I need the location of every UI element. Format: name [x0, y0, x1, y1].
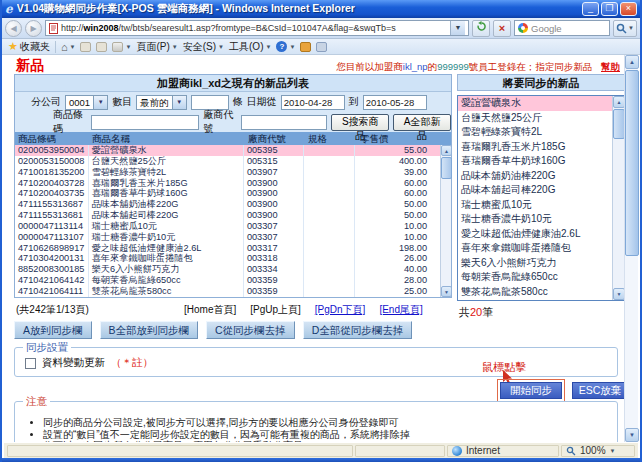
- scroll-up-icon[interactable]: ▲: [625, 55, 639, 69]
- sync-list-item[interactable]: 每朝茉香烏龍綠650cc: [458, 270, 612, 285]
- data-update-checkbox[interactable]: [25, 358, 36, 369]
- page-scrollbar[interactable]: ▲ ▼: [624, 55, 638, 442]
- unit-label: 條: [233, 95, 243, 109]
- zoom-level: 100%: [580, 445, 606, 456]
- home-button[interactable]: ⌂▼: [61, 41, 76, 53]
- sync-list-item[interactable]: 台鹽天然鹽25公斤: [458, 111, 612, 126]
- table-row[interactable]: 0000047113107 瑞士糖香濃牛奶10元 003307 10.00: [15, 232, 440, 243]
- sync-action-button[interactable]: D全部從同步欄去掉: [303, 321, 413, 339]
- scroll-down-icon[interactable]: ▼: [441, 286, 452, 297]
- address-dropdown-icon[interactable]: ▼: [450, 21, 465, 35]
- sync-list-item[interactable]: 品味本舖起司棒220G: [458, 183, 612, 198]
- search-products-button[interactable]: S搜索商品: [331, 114, 389, 131]
- favorites-label: 收藏夹: [20, 40, 50, 54]
- table-row[interactable]: 4710018135200 雪碧輕綠茶寶特2L 003907 39.00: [15, 167, 440, 178]
- barcode-input[interactable]: [91, 115, 199, 130]
- sync-list-item[interactable]: 瑞士糖蜜瓜10元: [458, 198, 612, 213]
- menu-page[interactable]: 頁面(P)▼: [136, 40, 177, 54]
- sync-list-item[interactable]: 愛誼營礦泉水: [458, 96, 612, 111]
- search-input[interactable]: Google: [514, 20, 610, 36]
- sync-action-button[interactable]: B全部放到同步欄: [100, 321, 199, 339]
- sync-list-item[interactable]: 雪碧輕綠茶寶特2L: [458, 125, 612, 140]
- scroll-up-icon[interactable]: ▲: [613, 96, 624, 108]
- sync-list-item[interactable]: 喜瑞爾香草牛奶球160G: [458, 154, 612, 169]
- all-products-button[interactable]: A全部新品: [393, 114, 451, 131]
- table-row[interactable]: 4710421064111 雙茶花烏龍茶580cc 003359 25.00: [15, 286, 440, 297]
- feed-icon[interactable]: [80, 42, 91, 52]
- read-mail-icon[interactable]: [96, 42, 107, 52]
- sync-list-item[interactable]: 雙茶花烏龍茶580cc: [458, 285, 612, 300]
- minimize-button[interactable]: _: [582, 2, 599, 16]
- table-row[interactable]: 0200053150008 台鹽天然鹽25公斤 005315 400.00: [15, 156, 440, 167]
- cell-spec: [304, 145, 356, 156]
- sync-list-item[interactable]: 樂天6入小熊餅巧克力: [458, 256, 612, 271]
- print-button[interactable]: ▼: [112, 42, 131, 52]
- cell-price: 50.00: [355, 210, 440, 221]
- stop-button[interactable]: ×: [493, 20, 511, 37]
- scroll-thumb[interactable]: [625, 70, 639, 256]
- sync-list-item[interactable]: 喜年來拿鐵咖啡蛋捲隨包: [458, 241, 612, 256]
- vendor-input[interactable]: [241, 115, 327, 130]
- zoom-control[interactable]: 100% ▼: [561, 445, 635, 457]
- table-row[interactable]: 4711155313681 品味本舖起司棒220G 003900 50.00: [15, 210, 440, 221]
- help-button[interactable]: ?▼: [276, 41, 295, 52]
- table-row[interactable]: 4710304200131 喜年來拿鐵咖啡蛋捲隨包 003318 26.00: [15, 253, 440, 264]
- table-row[interactable]: 0200053950004 愛誼營礦泉水 005395 55.00: [15, 145, 440, 156]
- cell-name: 台鹽天然鹽25公斤: [89, 156, 244, 167]
- esc-cancel-button[interactable]: ESC放棄: [572, 382, 624, 399]
- table-scrollbar[interactable]: ▲ ▼: [440, 145, 451, 297]
- sync-list-item[interactable]: 愛之味超低油煙健康油2.6L: [458, 227, 612, 242]
- end-link[interactable]: [End尾頁]: [379, 303, 422, 317]
- sync-listbox[interactable]: 愛誼營礦泉水台鹽天然鹽25公斤雪碧輕綠茶寶特2L喜瑞爾乳香玉米片185G喜瑞爾香…: [457, 95, 624, 301]
- table-row[interactable]: 4710200403735 喜瑞爾香草牛奶球160G 003900 60.00: [15, 188, 440, 199]
- cell-name: 瑞士糖香濃牛奶10元: [89, 232, 244, 243]
- menu-tools[interactable]: 工具(O)▼: [229, 40, 271, 54]
- table-row[interactable]: 4710421064142 每朝茉香烏龍綠650cc 003359 28.00: [15, 275, 440, 286]
- sync-action-button[interactable]: A放到同步欄: [14, 321, 92, 339]
- scroll-down-icon[interactable]: ▼: [613, 288, 624, 300]
- scroll-thumb[interactable]: [441, 157, 452, 179]
- table-row[interactable]: 4710626898917 愛之味超低油煙健康油2.6L 003317 198.…: [15, 243, 440, 254]
- refresh-button[interactable]: [472, 20, 490, 37]
- sync-list-item[interactable]: 喜瑞爾乳香玉米片185G: [458, 140, 612, 155]
- table-row[interactable]: 0000047113114 瑞士糖蜜瓜10元 003307 10.00: [15, 221, 440, 232]
- table-body: 0200053950004 愛誼營礦泉水 005395 55.00 020005…: [15, 145, 451, 297]
- scroll-up-icon[interactable]: ▲: [441, 145, 452, 156]
- zone-label: Internet: [466, 445, 500, 456]
- sync-action-button[interactable]: C從同步欄去掉: [206, 321, 295, 339]
- sync-list-item[interactable]: 瑞士糖香濃牛奶10元: [458, 212, 612, 227]
- url-text: http://win2008/tw/btsb/searesult1.asp?fr…: [61, 23, 396, 33]
- pagination: (共242筆1/13頁) [Home首頁] [PgUp上頁] [PgDn下頁] …: [16, 303, 454, 317]
- search-go-button[interactable]: ▼: [613, 20, 637, 37]
- date-to-input[interactable]: [363, 95, 427, 110]
- table-row[interactable]: 8852008300185 樂天6入小熊餅巧克力 003334 40.00: [15, 264, 440, 275]
- maximize-button[interactable]: ❐: [601, 2, 618, 16]
- back-button[interactable]: ◀: [5, 20, 22, 37]
- close-button[interactable]: ×: [620, 2, 637, 16]
- cell-spec: [304, 275, 356, 286]
- table-row[interactable]: 4710200403728 喜瑞爾乳香玉米片185G 003900 60.00: [15, 178, 440, 189]
- order-select[interactable]: 最前的▼: [136, 95, 187, 110]
- messenger-icon[interactable]: [300, 42, 311, 52]
- sites-icon[interactable]: [316, 42, 327, 52]
- cell-spec: [304, 199, 356, 210]
- search-dropdown-icon[interactable]: ▼: [628, 25, 634, 31]
- forward-button[interactable]: ▶: [25, 20, 42, 37]
- date-from-input[interactable]: [281, 95, 345, 110]
- scroll-thumb[interactable]: [613, 109, 624, 139]
- listbox-scrollbar[interactable]: ▲ ▼: [612, 96, 624, 300]
- favorites-button[interactable]: ★ 收藏夹: [8, 40, 50, 54]
- start-sync-button[interactable]: 開始同步: [500, 382, 562, 399]
- scroll-down-icon[interactable]: ▼: [625, 428, 639, 442]
- cell-vendor: 003900: [244, 210, 304, 221]
- column-header: 零售價: [357, 132, 442, 145]
- help-link[interactable]: 幫助: [601, 61, 620, 72]
- menu-safety[interactable]: 安全(S)▼: [183, 40, 224, 54]
- zoom-dropdown-icon[interactable]: ▼: [610, 448, 616, 454]
- ie-icon: e: [5, 3, 13, 15]
- sync-list-item[interactable]: 品味本舖奶油棒220G: [458, 169, 612, 184]
- pgdn-link[interactable]: [PgDn下頁]: [315, 303, 366, 317]
- address-field[interactable]: http://win2008/tw/btsb/searesult1.asp?fr…: [45, 20, 469, 36]
- web-page: 新品 您目前以加盟商ikl_np的999999號員工登錄在；指定同步新品 幫助 …: [4, 55, 624, 442]
- table-row[interactable]: 4711155313687 品味本舖奶油棒220G 003900 50.00: [15, 199, 440, 210]
